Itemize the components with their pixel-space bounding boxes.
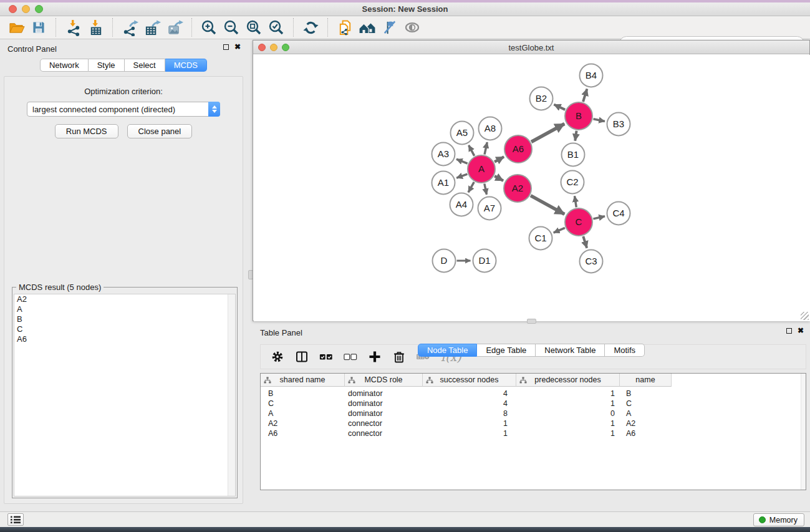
- mcds-tab-content: Optimization criterion: largest connecte…: [4, 76, 243, 504]
- graph-node-B4[interactable]: B4: [580, 64, 603, 87]
- graph-node-A6[interactable]: A6: [504, 135, 532, 163]
- graph-node-C1[interactable]: C1: [529, 227, 552, 250]
- home-icon[interactable]: [358, 18, 377, 37]
- import-table-icon[interactable]: [86, 18, 105, 37]
- graph-node-C2[interactable]: C2: [561, 171, 584, 194]
- graph-node-B3[interactable]: B3: [607, 113, 630, 136]
- graph-edge-C-C2[interactable]: [574, 196, 576, 207]
- export-network-icon[interactable]: [120, 18, 139, 37]
- export-table-icon[interactable]: [143, 18, 162, 37]
- graph-edge-A-A4[interactable]: [468, 182, 474, 192]
- graph-node-A4[interactable]: A4: [450, 193, 473, 216]
- svg-text:B: B: [576, 110, 582, 121]
- graph-node-A3[interactable]: A3: [432, 143, 455, 166]
- memory-button[interactable]: Memory: [753, 513, 804, 526]
- tab-mcds[interactable]: MCDS: [165, 59, 207, 72]
- graph-node-B[interactable]: B: [565, 102, 592, 130]
- zoom-out-icon[interactable]: [222, 18, 241, 37]
- graph-node-A2[interactable]: A2: [504, 175, 531, 202]
- toolbar-separator: [293, 18, 294, 37]
- task-history-button[interactable]: [7, 513, 24, 526]
- table-panel: Table Panel ✖ f(x) shared nameMCDS roles…: [253, 324, 810, 511]
- graph-node-C3[interactable]: C3: [580, 250, 603, 273]
- control-panel: Control Panel ✖ NetworkStyleSelectMCDS O…: [0, 39, 247, 511]
- window-titlebar: Session: New Session: [0, 2, 810, 16]
- tab-network[interactable]: Network: [40, 59, 89, 72]
- export-image-icon[interactable]: [165, 18, 184, 37]
- svg-text:B2: B2: [536, 93, 547, 104]
- network-canvas[interactable]: B4B2BB3A8A5A6B1A3AA1C2A2A4A7C4CC1C3DD1: [254, 55, 810, 321]
- graph-edge-A-A8[interactable]: [485, 142, 487, 155]
- close-panel-icon[interactable]: ✖: [234, 44, 241, 51]
- graph-edge-A-A3[interactable]: [456, 159, 468, 163]
- mcds-result-item[interactable]: A6: [14, 334, 235, 344]
- optimization-criterion-label: Optimization criterion:: [4, 87, 243, 96]
- float-panel-icon[interactable]: [223, 44, 229, 50]
- graph-edge-A-A2[interactable]: [494, 176, 503, 180]
- zoom-fit-icon[interactable]: [244, 18, 263, 37]
- graph-edge-A6-B[interactable]: [531, 123, 564, 142]
- graph-edge-C-C1[interactable]: [554, 228, 565, 233]
- zoom-selected-icon[interactable]: [267, 18, 286, 37]
- close-panel-button[interactable]: Close panel: [127, 124, 193, 138]
- application-window: Session: New Session Control Panel: [0, 0, 810, 532]
- graph-node-D[interactable]: D: [433, 249, 456, 273]
- graph-node-A1[interactable]: A1: [432, 172, 455, 195]
- graph-edge-A2-C[interactable]: [531, 196, 564, 215]
- table-tab-edge-table[interactable]: Edge Table: [477, 344, 536, 357]
- status-bar: Memory: [0, 511, 810, 527]
- table-tab-motifs[interactable]: Motifs: [605, 344, 645, 357]
- zoom-in-icon[interactable]: [200, 18, 218, 37]
- graph-node-B2[interactable]: B2: [530, 87, 553, 110]
- svg-text:C2: C2: [566, 177, 578, 187]
- mcds-result-item[interactable]: A2: [14, 294, 235, 304]
- graph-node-C[interactable]: C: [565, 208, 592, 236]
- window-resize-grip[interactable]: [801, 312, 809, 320]
- graph-node-B1[interactable]: B1: [562, 143, 585, 167]
- mcds-result-item[interactable]: B: [14, 314, 235, 324]
- run-mcds-button[interactable]: Run MCDS: [55, 124, 118, 138]
- graph-node-A5[interactable]: A5: [451, 122, 474, 145]
- graph-node-D1[interactable]: D1: [473, 249, 496, 273]
- refresh-layout-icon[interactable]: [301, 18, 320, 37]
- save-session-icon[interactable]: [29, 18, 48, 37]
- control-panel-title: Control Panel: [7, 44, 57, 54]
- graph-edge-B-B4[interactable]: [583, 89, 587, 102]
- graph-node-A8[interactable]: A8: [479, 117, 502, 140]
- graph-edge-A-A6[interactable]: [494, 157, 504, 162]
- mcds-result-item[interactable]: A: [14, 304, 235, 314]
- duplicate-network-icon[interactable]: [335, 18, 354, 37]
- main-toolbar: [0, 16, 810, 39]
- tab-select[interactable]: Select: [125, 59, 165, 72]
- show-hidden-eye-icon[interactable]: [403, 18, 422, 37]
- network-view-window: testGlobe.txt B4B2BB3A8A5A6B1A3AA1C2A2A4…: [253, 40, 810, 321]
- graph-edge-B-B3[interactable]: [594, 119, 605, 122]
- graph-edge-A-A1[interactable]: [456, 174, 467, 178]
- graph-node-A7[interactable]: A7: [478, 197, 501, 220]
- close-table-panel-icon[interactable]: ✖: [798, 327, 804, 334]
- mcds-result-item[interactable]: C: [14, 324, 235, 334]
- graph-edge-A-A7[interactable]: [485, 184, 487, 195]
- float-table-panel-icon[interactable]: [786, 328, 792, 334]
- graph-node-C4[interactable]: C4: [607, 202, 630, 225]
- memory-status-icon: [759, 516, 766, 523]
- graph-edge-B-B1[interactable]: [575, 131, 576, 141]
- hide-flagged-icon[interactable]: [380, 18, 399, 37]
- horizontal-splitter-grip[interactable]: [527, 319, 536, 324]
- result-list-scrollbar[interactable]: [228, 294, 235, 496]
- table-tab-network-table[interactable]: Network Table: [536, 344, 605, 357]
- graph-edge-C-C4[interactable]: [593, 216, 605, 219]
- svg-text:A: A: [478, 163, 485, 174]
- graph-edge-C-C3[interactable]: [583, 236, 587, 248]
- svg-text:A4: A4: [456, 199, 467, 210]
- import-network-icon[interactable]: [64, 18, 82, 37]
- criterion-dropdown[interactable]: largest connected component (directed): [27, 102, 220, 117]
- graph-nodes: B4B2BB3A8A5A6B1A3AA1C2A2A4A7C4CC1C3DD1: [432, 64, 630, 273]
- graph-edge-B-B2[interactable]: [554, 105, 565, 110]
- graph-node-A[interactable]: A: [468, 155, 495, 183]
- svg-text:C: C: [576, 216, 582, 227]
- tab-style[interactable]: Style: [89, 59, 125, 72]
- graph-edge-A-A5[interactable]: [469, 145, 475, 156]
- open-file-icon[interactable]: [7, 18, 26, 37]
- table-tab-node-table[interactable]: Node Table: [418, 344, 478, 357]
